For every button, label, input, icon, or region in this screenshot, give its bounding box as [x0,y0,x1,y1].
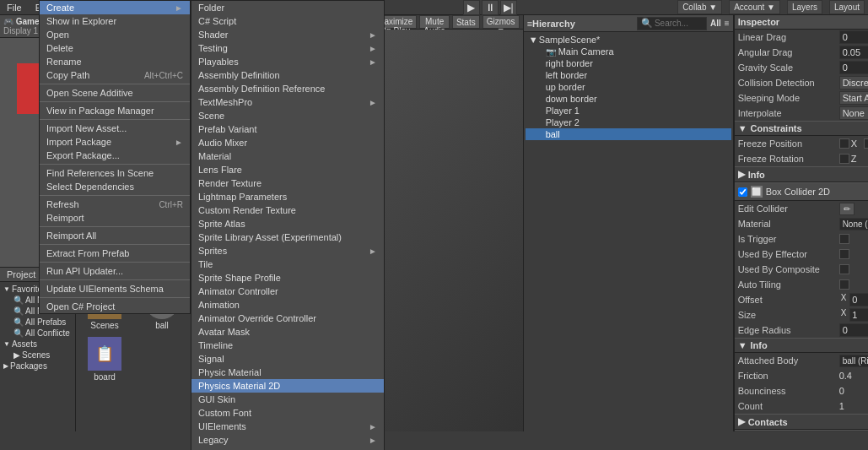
play-button[interactable]: ▶ [463,0,480,15]
packages-folder[interactable]: ▶ Packages [2,361,73,371]
create-sprite-shape-profile[interactable]: Sprite Shape Profile [191,271,384,285]
info2-section[interactable]: ▼ Info [735,338,868,353]
stats-btn[interactable]: Stats [452,15,480,29]
angular-drag-input[interactable] [839,46,868,59]
account-button[interactable]: Account ▼ [729,0,780,14]
material-input[interactable] [839,218,868,230]
size-x-input[interactable] [849,308,868,322]
create-folder[interactable]: Folder [191,1,384,14]
box-collider-header[interactable]: ⬜ Box Collider 2D ℹ ⚙ ⋮ [735,182,868,201]
create-lightmap-params[interactable]: Lightmap Parameters [191,190,384,203]
create-animator-controller[interactable]: Animator Controller [191,285,384,298]
collab-button[interactable]: Collab ▼ [677,0,722,14]
layout-button[interactable]: Layout [829,0,865,14]
menu-copy-path[interactable]: Copy Path Alt+Ctrl+C [40,68,190,82]
menu-reimport-all[interactable]: Reimport All [40,229,190,242]
menu-open[interactable]: Open [40,28,190,41]
create-scene[interactable]: Scene [191,109,384,122]
menu-import-package[interactable]: Import Package ► [40,135,190,149]
create-sprite-library[interactable]: Sprite Library Asset (Experimental) [191,230,384,244]
create-legacy[interactable]: Legacy ► [191,433,384,447]
menu-create-item[interactable]: Create ► [40,1,190,14]
hierarchy-left-border[interactable]: left border [526,69,731,81]
freeze-rotation-z-checkbox[interactable] [839,154,849,164]
create-sprite-atlas[interactable]: Sprite Atlas [191,217,384,230]
create-tile[interactable]: Tile [191,258,384,271]
create-avatar-mask[interactable]: Avatar Mask [191,325,384,339]
menu-extract-from-prefab[interactable]: Extract From Prefab [40,247,190,260]
create-material[interactable]: Material [191,149,384,163]
create-submenu[interactable]: Folder C# Script Shader ► Testing ► Play… [191,0,385,450]
create-custom-render-texture[interactable]: Custom Render Texture [191,203,384,217]
create-animation[interactable]: Animation [191,298,384,312]
hierarchy-ball[interactable]: ball [526,128,731,140]
create-physic-material[interactable]: Physic Material [191,366,384,379]
menu-open-scene-additive[interactable]: Open Scene Additive [40,86,190,100]
auto-tiling-checkbox[interactable] [839,279,849,290]
constraints-section[interactable]: ▼ Constraints [735,121,868,136]
sleeping-mode-select[interactable]: Start Awake [839,91,868,105]
menu-select-dependencies[interactable]: Select Dependencies [40,180,190,193]
asset-board[interactable]: 📋 board [79,337,130,382]
info-section[interactable]: ▶ Info [735,166,868,182]
freeze-position-x-checkbox[interactable] [839,138,849,149]
all-conflicts[interactable]: 🔍 All Conflicte [2,328,73,339]
menu-update-ui-elements[interactable]: Update UIElements Schema [40,282,190,295]
create-prefab-variant[interactable]: Prefab Variant [191,122,384,136]
mute-btn[interactable]: Mute Audio [419,15,450,29]
is-trigger-checkbox[interactable] [839,234,849,244]
pause-button[interactable]: ⏸ [482,0,499,15]
menu-reimport[interactable]: Reimport [40,211,190,225]
create-sprites[interactable]: Sprites ► [191,244,384,258]
hierarchy-search[interactable]: 🔍 [637,17,707,30]
create-animator-override-controller[interactable]: Animator Override Controller [191,312,384,325]
used-by-effector-checkbox[interactable] [839,249,849,259]
menu-rename[interactable]: Rename [40,55,190,68]
edit-collider-button[interactable]: ✏ [839,203,855,215]
create-brush[interactable]: Brush [191,447,384,450]
hierarchy-scene-root[interactable]: ▼ SampleScene* [526,34,731,46]
hierarchy-player2[interactable]: Player 2 [526,117,731,128]
create-assembly-definition-ref[interactable]: Assembly Definition Reference [191,82,384,95]
box-collider-enable-checkbox[interactable] [738,187,747,197]
create-audio-mixer[interactable]: Audio Mixer [191,136,384,149]
menu-file[interactable]: File [3,3,25,13]
menu-export-package[interactable]: Export Package... [40,149,190,162]
tab-project[interactable]: Project [0,268,43,281]
create-gui-skin[interactable]: GUI Skin [191,393,384,406]
attached-body-input[interactable] [839,355,868,367]
all-prefabs[interactable]: 🔍 All Prefabs [2,317,73,328]
layers-button[interactable]: Layers [787,0,822,14]
contacts-section[interactable]: ▶ Contacts [735,414,868,430]
create-signal[interactable]: Signal [191,352,384,366]
menu-run-api-updater[interactable]: Run API Updater... [40,264,190,278]
menu-show-explorer[interactable]: Show in Explorer [40,14,190,28]
hierarchy-all-label[interactable]: All [710,19,721,28]
assets-dropdown-menu[interactable]: Create ► Show in Explorer Open Delete Re… [39,0,191,314]
collision-detection-select[interactable]: Discrete [839,76,868,89]
gravity-scale-input[interactable] [839,61,868,74]
used-by-composite-checkbox[interactable] [839,264,849,274]
create-ui-elements[interactable]: UIElements ► [191,420,384,433]
edge-radius-input[interactable] [839,323,868,337]
assets-folder-item[interactable]: ▼ Assets [2,339,73,350]
step-button[interactable]: ▶| [500,0,517,15]
menu-view-package-manager[interactable]: View in Package Manager [40,104,190,117]
hierarchy-main-camera[interactable]: 📷 Main Camera [526,46,731,57]
offset-x-input[interactable] [849,293,868,306]
create-assembly-definition[interactable]: Assembly Definition [191,68,384,82]
linear-drag-input[interactable] [839,30,868,44]
create-physics-material-2d[interactable]: Physics Material 2D [191,379,384,393]
freeze-position-y-checkbox[interactable] [864,138,868,149]
hierarchy-right-border[interactable]: right border [526,57,731,69]
create-textmeshpro[interactable]: TextMeshPro ► [191,95,384,109]
interpolate-select[interactable]: None [839,106,868,120]
create-render-texture[interactable]: Render Texture [191,176,384,190]
menu-find-references[interactable]: Find References In Scene [40,166,190,180]
sprites-default-header[interactable]: 🎨 Sprites-Default ⚙ ⋮ [735,430,868,431]
menu-delete[interactable]: Delete [40,41,190,55]
menu-open-csharp-project[interactable]: Open C# Project [40,300,190,313]
create-playables[interactable]: Playables ► [191,55,384,68]
hierarchy-menu-icon[interactable]: ≡ [725,19,730,28]
hierarchy-down-border[interactable]: down border [526,93,731,105]
